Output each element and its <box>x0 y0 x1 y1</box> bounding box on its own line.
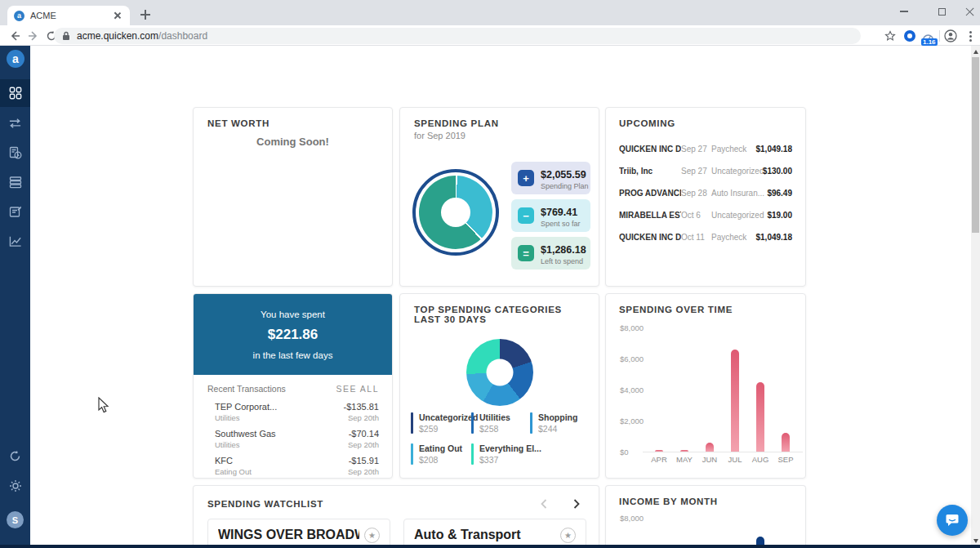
stat-left-to-spend: = $1,286.18Left to spend <box>511 237 590 270</box>
upcoming-row[interactable]: MIRABELLA ESTA...Oct 6Uncategorized$19.0… <box>619 204 792 226</box>
url-domain: acme.quicken.com <box>77 30 158 42</box>
watchlist-item-auto-transport[interactable]: Auto & Transport ★ 3 MONTH$241 YEAR TO D… <box>403 519 586 548</box>
gauge-extension-icon[interactable]: 1.16 <box>920 28 936 44</box>
chat-launcher-button[interactable] <box>937 505 968 536</box>
net-worth-title: NET WORTH <box>207 118 378 128</box>
tab-close-icon[interactable] <box>112 10 123 21</box>
url-path: /dashboard <box>158 30 207 42</box>
watchlist-item-wings[interactable]: WINGS OVER BROADW... ★ 3 MONTH$11 YEAR T… <box>207 519 390 548</box>
mouse-cursor <box>98 397 109 413</box>
sidebar-item-reports[interactable] <box>0 227 30 255</box>
payee: TEP Corporat... <box>215 402 277 412</box>
window-close-button[interactable] <box>956 0 980 23</box>
category: Paycheck <box>711 233 756 242</box>
sidebar-item-dashboard[interactable] <box>0 79 30 107</box>
browser-tab[interactable]: a ACME <box>7 6 130 25</box>
legend-utilities: Utilities$258 <box>471 412 510 434</box>
y-tick-label: $0 <box>620 448 629 457</box>
x-tick-label: SEP <box>773 455 798 464</box>
user-avatar[interactable]: S <box>7 511 24 528</box>
window-maximize-button[interactable] <box>928 0 956 23</box>
favorite-star-button[interactable]: ★ <box>560 528 576 543</box>
sidebar-item-transactions[interactable] <box>0 109 30 137</box>
legend-label: Shopping <box>538 412 577 422</box>
address-bar[interactable]: acme.quicken.com/dashboard <box>54 28 861 44</box>
bar-jun <box>706 443 714 452</box>
legend-label: Eating Out <box>419 443 462 453</box>
spending-plan-subtitle: for Sep 2019 <box>414 131 585 140</box>
see-all-link[interactable]: SEE ALL <box>336 384 379 394</box>
upcoming-row[interactable]: QUICKEN INC DES...Sep 27Paycheck$1,049.1… <box>619 138 792 160</box>
window-bottom-edge <box>0 545 980 548</box>
payee: PROG ADVANCED <box>619 189 681 198</box>
back-button[interactable] <box>7 28 23 44</box>
watchlist-prev-button[interactable] <box>536 496 552 512</box>
x-axis-labels: APRMAYJUNJULAUGSEP <box>646 455 801 465</box>
date: Oct 6 <box>681 211 711 220</box>
legend-eating-out: Eating Out$208 <box>411 443 462 465</box>
star-icon <box>884 30 896 42</box>
upcoming-row[interactable]: PROG ADVANCEDSep 28Auto Insuran...$96.49 <box>619 182 792 204</box>
date: Sep 20th <box>348 440 379 449</box>
sidebar-item-accounts[interactable] <box>0 168 30 196</box>
net-worth-card: NET WORTH Coming Soon! <box>193 107 393 287</box>
category: Paycheck <box>711 145 756 154</box>
stat-value: $769.41 <box>541 207 577 218</box>
date: Sep 27 <box>681 145 711 154</box>
okta-extension-icon[interactable] <box>902 28 918 44</box>
kebab-menu-icon <box>969 31 972 42</box>
settings-button[interactable] <box>0 472 30 500</box>
browser-menu-button[interactable] <box>962 28 978 44</box>
sidebar-item-budgets[interactable] <box>0 198 30 225</box>
forward-button[interactable] <box>25 28 42 44</box>
scrollbar-thumb[interactable] <box>972 57 979 233</box>
amount: $130.00 <box>763 167 792 176</box>
stat-label: Left to spend <box>541 257 586 265</box>
page-scrollbar[interactable] <box>971 46 980 548</box>
transaction-row[interactable]: KFCEating Out -$15.91Sep 20th <box>194 452 392 479</box>
new-tab-button[interactable] <box>139 8 152 21</box>
donut-hole <box>441 198 470 227</box>
payee: QUICKEN INC DES... <box>619 233 681 242</box>
legend-value: $259 <box>419 424 478 434</box>
legend-label: Utilities <box>479 412 510 422</box>
stat-label: Spending Plan <box>541 182 589 190</box>
bar-jul <box>731 350 739 452</box>
y-tick-label: $2,000 <box>620 417 644 425</box>
date: Oct 11 <box>681 233 711 242</box>
back-arrow-icon <box>9 30 20 42</box>
payee: KFC <box>215 456 252 466</box>
favorite-star-button[interactable]: ★ <box>364 528 380 543</box>
sidebar-item-bills[interactable] <box>0 139 30 167</box>
window-minimize-button[interactable] <box>890 0 918 23</box>
browser-toolbar: acme.quicken.com/dashboard 1.16 <box>0 25 980 46</box>
spending-plan-donut-chart <box>419 176 492 249</box>
bookmark-star-button[interactable] <box>882 28 898 44</box>
scroll-up-button[interactable] <box>971 47 980 56</box>
category: Eating Out <box>215 467 252 476</box>
spending-bar-chart <box>646 327 797 452</box>
upcoming-row[interactable]: Triib, IncSep 27Uncategorized$130.00 <box>619 160 792 182</box>
coming-soon-text: Coming Soon! <box>207 136 378 148</box>
top-categories-title: TOP SPENDING CATEGORIES LAST 30 DAYS <box>414 305 585 324</box>
toolbar-divider <box>939 30 940 42</box>
spending-plan-title: SPENDING PLAN <box>414 118 585 128</box>
watchlist-next-button[interactable] <box>568 496 585 512</box>
site-favicon-icon: a <box>14 11 24 21</box>
legend-label: Uncategorized <box>419 412 478 422</box>
browser-window: a ACME acme.quicken.com/dashboard 1.16 <box>0 0 980 548</box>
acme-logo: a <box>7 50 24 68</box>
transaction-row[interactable]: Southwest GasUtilities -$70.14Sep 20th <box>194 425 392 452</box>
upcoming-row[interactable]: QUICKEN INC DES...Oct 11Paycheck$1,049.1… <box>619 226 792 248</box>
sync-refresh-button[interactable] <box>0 442 30 470</box>
y-tick-label: $6,000 <box>620 354 644 363</box>
refresh-icon <box>9 450 21 462</box>
category: Utilities <box>215 413 277 422</box>
bar-sep <box>782 433 790 452</box>
maximize-icon <box>938 8 946 16</box>
y-tick-label: $8,000 <box>620 514 644 523</box>
browser-profile-button[interactable] <box>942 28 959 44</box>
x-tick-label: JUL <box>723 455 747 464</box>
transaction-row[interactable]: TEP Corporat...Utilities -$135.81Sep 20t… <box>194 399 392 425</box>
spent-summary-card: You have spent $221.86 in the last few d… <box>193 293 393 479</box>
